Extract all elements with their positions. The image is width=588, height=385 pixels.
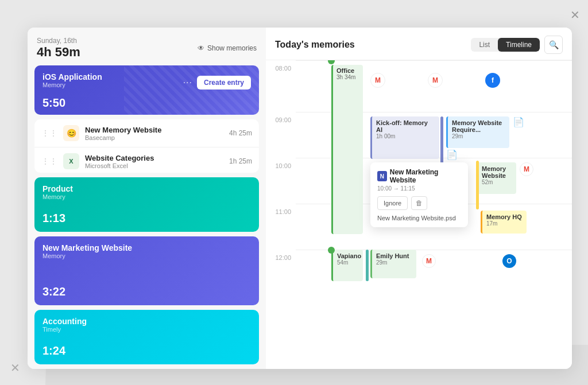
office-duration: 3h 34m [336, 74, 359, 80]
gmail-icon-2: M [428, 73, 443, 88]
date-label: Sunday, 16th [37, 37, 80, 45]
memweb-duration: 52m [482, 179, 512, 185]
accounting-card-time: 1:24 [42, 344, 251, 357]
doc-icon-2: 📄 [446, 149, 458, 160]
product-card-title: Product [42, 184, 251, 193]
kickoff-title: Kick-off: Memory AI [376, 119, 435, 133]
drag-handle-icon[interactable]: ⋮⋮ [41, 157, 57, 166]
memweb-title: Memory Website [482, 165, 512, 179]
timeline-content: 08:00 09:00 10:00 11:00 12:00 [266, 60, 572, 318]
teal-bar [366, 250, 369, 281]
green-dot-12 [328, 247, 335, 254]
time-label-12: 12:00 [266, 254, 296, 300]
ignore-button[interactable]: Ignore [377, 196, 408, 210]
right-header: Today's memories List Timeline 🔍 [266, 28, 572, 60]
memory-hq-event[interactable]: Memory HQ 17m [481, 211, 527, 234]
product-card-subtitle: Memory [42, 193, 251, 200]
ios-card-subtitle: Memory [42, 81, 102, 88]
view-timeline-button[interactable]: Timeline [498, 38, 540, 52]
marketing-card-time: 3:22 [42, 285, 251, 298]
search-icon: 🔍 [549, 40, 559, 49]
office-title: Office [336, 67, 359, 74]
vapiano-duration: 54m [337, 259, 359, 266]
gmail-icon-1: M [370, 73, 385, 88]
view-toggle: List Timeline [471, 38, 540, 52]
gmail-icon-3: M [520, 162, 533, 176]
facebook-icon-1: f [485, 73, 500, 88]
emily-duration: 29m [376, 259, 412, 266]
mwr-duration: 29m [452, 133, 505, 139]
memory-item-duration: 4h 25m [229, 129, 252, 137]
time-labels: 08:00 09:00 10:00 11:00 12:00 [266, 60, 296, 318]
accounting-card-title: Accounting [42, 317, 251, 326]
right-panel: Today's memories List Timeline 🔍 08:00 [266, 28, 572, 369]
gmail-icon-4: M [422, 254, 436, 268]
vapiano-event[interactable]: Vapiano 54m [331, 250, 363, 281]
memory-website-req-event[interactable]: Memory Website Require... 29m [446, 116, 509, 148]
ios-card-title: iOS Application [42, 72, 102, 81]
basecamp-icon: 😊 [63, 125, 79, 141]
marketing-website-card[interactable]: New Marketing Website Memory 3:22 [34, 236, 259, 305]
green-dot-8 [328, 60, 335, 64]
memory-item-name: New Memory Website [85, 126, 223, 134]
memory-item-source: Basecamp [85, 134, 223, 141]
yellow-bar [476, 161, 479, 209]
marketing-card-subtitle: Memory [42, 252, 251, 259]
left-panel: Sunday, 16th 4h 59m 👁 Show memories iOS … [28, 28, 266, 369]
search-button[interactable]: 🔍 [544, 36, 563, 54]
header-date-time: Sunday, 16th 4h 59m [37, 37, 80, 60]
timeline-grid: Office 3h 34m M M f Kick-off [296, 60, 572, 318]
ios-application-card[interactable]: iOS Application Memory ··· Create entry … [34, 65, 259, 115]
time-label-10: 10:00 [266, 162, 296, 208]
left-header-actions: Sunday, 16th 4h 59m 👁 Show memories [37, 37, 257, 60]
marketing-card-title: New Marketing Website [42, 243, 251, 252]
main-container: Sunday, 16th 4h 59m 👁 Show memories iOS … [28, 28, 572, 369]
doc-icon: 📄 [513, 116, 524, 127]
marketing-popup[interactable]: N New Marketing Website 10:00 → 11:15 Ig… [370, 162, 468, 227]
excel-icon: X [63, 153, 79, 169]
mwr-title: Memory Website Require... [452, 119, 505, 133]
time-label-9: 09:00 [266, 116, 296, 162]
emily-hunt-event[interactable]: Emily Hunt 29m [370, 250, 416, 278]
product-card-time: 1:13 [42, 212, 251, 225]
list-item[interactable]: ⋮⋮ X Website Categories Microsoft Excel … [34, 147, 259, 173]
outlook-icon: O [502, 254, 516, 268]
emily-title: Emily Hunt [376, 252, 412, 259]
product-card[interactable]: Product Memory 1:13 [34, 177, 259, 232]
eye-icon: 👁 [198, 44, 204, 52]
memory-item-info: Website Categories Microsoft Excel [85, 154, 223, 169]
three-dots-icon[interactable]: ··· [183, 77, 192, 88]
memory-items-list: ⋮⋮ 😊 New Memory Website Basecamp 4h 25m … [34, 119, 259, 173]
accounting-card[interactable]: Accounting Timely 1:24 [34, 310, 259, 364]
show-memories-label: Show memories [207, 44, 257, 52]
kickoff-duration: 1h 00m [376, 133, 435, 139]
show-memories-button[interactable]: 👁 Show memories [198, 44, 257, 52]
vapiano-title: Vapiano [337, 252, 359, 259]
timeline-container[interactable]: 08:00 09:00 10:00 11:00 12:00 [266, 60, 572, 369]
drag-handle-icon[interactable]: ⋮⋮ [41, 129, 57, 138]
ios-card-time: 5:50 [42, 96, 251, 110]
accounting-card-subtitle: Timely [42, 326, 251, 333]
office-event[interactable]: Office 3h 34m [331, 65, 363, 234]
popup-icon: N [377, 171, 387, 181]
total-time: 4h 59m [37, 45, 80, 60]
close-icon-bottom-left[interactable]: ✕ [10, 361, 20, 375]
close-icon-top-right[interactable]: ✕ [570, 8, 580, 22]
popup-actions: Ignore 🗑 [377, 196, 461, 210]
list-item[interactable]: ⋮⋮ 😊 New Memory Website Basecamp 4h 25m [34, 119, 259, 147]
kickoff-event[interactable]: Kick-off: Memory AI 1h 00m [370, 116, 439, 159]
popup-time: 10:00 → 11:15 [377, 185, 461, 192]
memory-website-event[interactable]: Memory Website 52m [476, 162, 516, 194]
delete-button[interactable]: 🗑 [411, 196, 427, 210]
memhq-duration: 17m [486, 220, 523, 227]
view-list-button[interactable]: List [471, 38, 498, 52]
app-icons-row-2: M [428, 73, 443, 88]
memory-item-name: Website Categories [85, 154, 223, 162]
time-label-8: 08:00 [266, 65, 296, 116]
ios-card-header: iOS Application Memory ··· Create entry [42, 72, 251, 93]
popup-title: New Marketing Website [390, 168, 461, 184]
app-icons-row-1: M [370, 73, 385, 88]
ios-card-actions: ··· Create entry [183, 76, 251, 90]
create-entry-button[interactable]: Create entry [197, 76, 251, 90]
right-panel-title: Today's memories [275, 40, 355, 50]
